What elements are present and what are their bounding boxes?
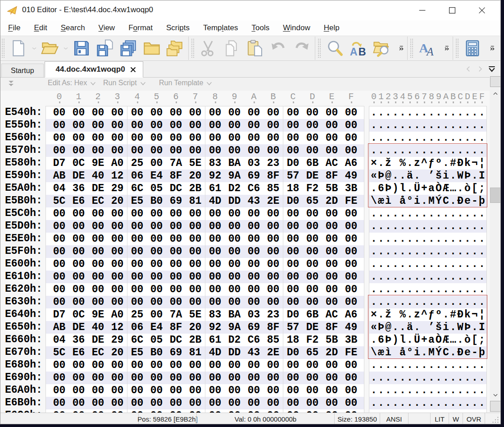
menu-view[interactable]: View: [92, 22, 122, 34]
byte-cell[interactable]: 69: [166, 346, 186, 359]
ascii-cell[interactable]: .: [370, 372, 377, 384]
byte-cell[interactable]: 00: [147, 397, 166, 409]
byte-cell[interactable]: 00: [88, 271, 108, 283]
byte-cell[interactable]: 00: [69, 283, 88, 296]
ascii-cell[interactable]: .: [428, 271, 435, 283]
ascii-cell[interactable]: .: [392, 132, 399, 144]
calculator-button[interactable]: [461, 38, 484, 59]
byte-cell[interactable]: 65: [303, 195, 322, 207]
ascii-cell[interactable]: .: [435, 106, 442, 119]
ascii-cell[interactable]: .: [435, 258, 442, 271]
ascii-cell[interactable]: .: [457, 245, 464, 258]
ascii-cell[interactable]: .: [399, 359, 406, 372]
ascii-cell[interactable]: [: [471, 334, 478, 346]
ascii-cell[interactable]: .: [478, 144, 486, 157]
ascii-row[interactable]: ................: [369, 245, 486, 258]
byte-cell[interactable]: 4D: [205, 195, 225, 207]
ascii-cell[interactable]: .: [377, 384, 385, 397]
ascii-cell[interactable]: .: [399, 170, 406, 182]
byte-cell[interactable]: 5E: [186, 308, 205, 321]
byte-cell[interactable]: 00: [166, 119, 186, 132]
byte-cell[interactable]: 00: [88, 144, 108, 157]
ascii-cell[interactable]: .: [471, 359, 478, 372]
hex-row[interactable]: 5CE6EC20E5B069814DDD432ED0652DFE: [46, 346, 364, 359]
ascii-cell[interactable]: .: [370, 384, 377, 397]
byte-cell[interactable]: 00: [283, 106, 303, 119]
ascii-cell[interactable]: š: [435, 170, 442, 182]
ascii-cell[interactable]: .: [442, 359, 450, 372]
hex-row[interactable]: 00000000000000000000000000000000: [46, 258, 364, 271]
byte-cell[interactable]: 00: [88, 245, 108, 258]
ascii-cell[interactable]: .: [370, 132, 377, 144]
byte-cell[interactable]: 36: [69, 334, 88, 346]
ascii-cell[interactable]: ’: [428, 321, 435, 334]
byte-cell[interactable]: 00: [127, 106, 147, 119]
ascii-cell[interactable]: .: [435, 296, 442, 308]
ascii-cell[interactable]: .: [464, 258, 471, 271]
minimize-button[interactable]: [408, 0, 437, 20]
ascii-cell[interactable]: .: [421, 106, 428, 119]
ascii-cell[interactable]: Ò: [435, 334, 442, 346]
byte-cell[interactable]: 00: [244, 271, 263, 283]
ascii-cell[interactable]: +: [421, 334, 428, 346]
ascii-cell[interactable]: .: [392, 296, 399, 308]
byte-cell[interactable]: 00: [283, 258, 303, 271]
scrollbar-split-box[interactable]: [490, 76, 501, 87]
ascii-cell[interactable]: .: [377, 296, 385, 308]
byte-cell[interactable]: 5C: [50, 195, 69, 207]
status-charset[interactable]: ANSI: [380, 413, 408, 424]
ascii-cell[interactable]: .: [442, 271, 450, 283]
byte-cell[interactable]: 00: [263, 397, 283, 409]
ascii-cell[interactable]: .: [478, 119, 486, 132]
ascii-cell[interactable]: Ð: [457, 195, 464, 207]
ascii-cell[interactable]: …: [450, 334, 457, 346]
byte-cell[interactable]: A0: [108, 308, 127, 321]
byte-cell[interactable]: 40: [88, 170, 108, 182]
byte-cell[interactable]: 00: [147, 271, 166, 283]
byte-cell[interactable]: 00: [322, 207, 341, 220]
hex-row[interactable]: 00000000000000000000000000000000: [46, 245, 364, 258]
maximize-button[interactable]: [437, 0, 467, 20]
byte-cell[interactable]: 00: [166, 296, 186, 308]
ascii-cell[interactable]: Ð: [457, 157, 464, 170]
byte-cell[interactable]: 00: [186, 245, 205, 258]
ascii-cell[interactable]: .: [435, 397, 442, 409]
ascii-cell[interactable]: .: [450, 283, 457, 296]
ascii-cell[interactable]: .: [428, 258, 435, 271]
tab-file[interactable]: 44.doc.4xw1woqp0: [45, 61, 143, 78]
byte-cell[interactable]: 20: [108, 195, 127, 207]
byte-cell[interactable]: E5: [127, 195, 147, 207]
ascii-cell[interactable]: .: [413, 271, 421, 283]
undo-button[interactable]: [267, 38, 290, 59]
byte-cell[interactable]: 00: [341, 372, 361, 384]
byte-cell[interactable]: 6C: [127, 182, 147, 195]
byte-cell[interactable]: 00: [322, 258, 341, 271]
byte-cell[interactable]: 00: [166, 258, 186, 271]
ascii-row[interactable]: ................: [369, 119, 486, 132]
byte-cell[interactable]: 81: [186, 346, 205, 359]
overflow-button[interactable]: [397, 38, 406, 59]
byte-cell[interactable]: 00: [225, 271, 244, 283]
overflow-button[interactable]: [442, 38, 451, 59]
ascii-cell[interactable]: .: [457, 207, 464, 220]
byte-cell[interactable]: 00: [303, 207, 322, 220]
ascii-cell[interactable]: ì: [385, 195, 392, 207]
menu-templates[interactable]: Templates: [196, 22, 245, 34]
hex-row[interactable]: ABDE401206E48F20929A698F57DE8F49: [46, 321, 364, 334]
ascii-cell[interactable]: .: [421, 372, 428, 384]
ascii-cell[interactable]: l: [399, 334, 406, 346]
byte-cell[interactable]: 00: [147, 207, 166, 220]
ascii-cell[interactable]: .: [399, 296, 406, 308]
byte-cell[interactable]: DE: [88, 334, 108, 346]
byte-cell[interactable]: 49: [341, 170, 361, 182]
replace-button[interactable]: AB: [346, 38, 370, 59]
byte-cell[interactable]: 00: [127, 296, 147, 308]
byte-cell[interactable]: 00: [186, 397, 205, 409]
ascii-cell[interactable]: .: [450, 207, 457, 220]
byte-cell[interactable]: 00: [303, 144, 322, 157]
byte-cell[interactable]: 00: [225, 397, 244, 409]
ascii-cell[interactable]: .: [392, 106, 399, 119]
byte-cell[interactable]: 00: [244, 296, 263, 308]
byte-cell[interactable]: 00: [186, 220, 205, 233]
byte-cell[interactable]: 00: [283, 397, 303, 409]
